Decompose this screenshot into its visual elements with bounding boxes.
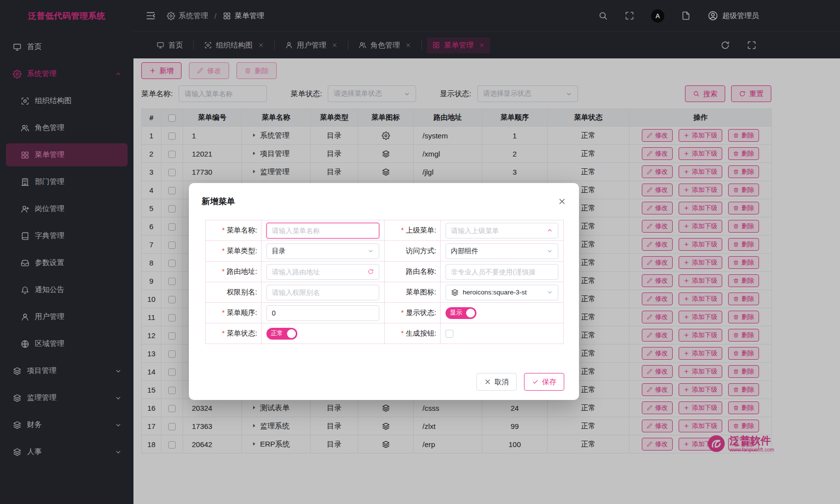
menu-name-input-field[interactable]	[272, 227, 374, 235]
chevron-down-icon	[547, 248, 553, 254]
generate-button-checkbox[interactable]	[446, 330, 453, 338]
cancel-button-label: 取消	[495, 377, 509, 387]
modal-header: 新增菜单	[189, 183, 579, 207]
refresh-icon[interactable]	[368, 268, 374, 275]
route-name-input[interactable]	[446, 264, 558, 280]
menu-type-value: 目录	[272, 247, 365, 256]
check-icon	[532, 378, 539, 385]
chevron-down-icon	[368, 248, 374, 254]
parent-menu-input-field[interactable]	[451, 227, 544, 235]
chevron-up-icon[interactable]	[547, 227, 553, 234]
close-icon	[484, 378, 491, 385]
route-name-label: 路由名称:	[385, 262, 441, 282]
save-button-label: 保存	[542, 377, 556, 387]
parent-menu-label: 上级菜单:	[385, 220, 441, 241]
menu-status-toggle[interactable]: 正常	[266, 328, 297, 340]
toggle-knob	[287, 329, 296, 338]
perm-alias-input[interactable]	[266, 285, 379, 300]
menu-type-select[interactable]: 目录	[266, 243, 379, 259]
generate-button-label: 生成按钮:	[385, 323, 441, 344]
parent-menu-input[interactable]	[446, 223, 558, 239]
toggle-label: 正常	[271, 329, 283, 338]
perm-alias-label: 权限别名:	[206, 282, 262, 303]
perm-alias-input-field[interactable]	[272, 289, 374, 296]
access-mode-value: 内部组件	[451, 247, 544, 256]
menu-name-label: 菜单名称:	[206, 220, 262, 241]
menu-icon-label: 菜单图标:	[385, 282, 441, 303]
menu-order-input[interactable]	[266, 305, 379, 321]
modal-footer: 取消 保存	[476, 373, 564, 391]
close-icon[interactable]	[558, 197, 566, 206]
menu-order-input-field[interactable]	[272, 309, 374, 317]
menu-icon-select[interactable]: heroicons:square-3-st	[446, 285, 558, 300]
menu-status-label: 菜单状态:	[206, 323, 262, 344]
display-status-toggle[interactable]: 显示	[446, 307, 476, 319]
menu-type-label: 菜单类型:	[206, 241, 262, 262]
modal-title: 新增菜单	[202, 196, 235, 207]
access-mode-select[interactable]: 内部组件	[446, 243, 558, 259]
access-mode-label: 访问方式:	[385, 241, 441, 262]
menu-order-label: 菜单顺序:	[206, 303, 262, 323]
add-menu-form: 菜单名称: 上级菜单: 菜单类型:	[205, 220, 564, 344]
chevron-down-icon	[547, 289, 553, 295]
route-path-label: 路由地址:	[206, 262, 262, 282]
route-name-input-field[interactable]	[451, 268, 553, 276]
toggle-label: 显示	[450, 309, 462, 317]
route-path-input[interactable]	[266, 264, 379, 280]
app-root: 泛普低代码管理系统 首页系统管理组织结构图角色管理菜单管理部门管理岗位管理字典管…	[0, 0, 840, 504]
toggle-knob	[466, 309, 475, 318]
route-path-input-field[interactable]	[272, 268, 365, 276]
add-menu-modal: 新增菜单 菜单名称: 上级菜单:	[189, 183, 579, 400]
menu-name-input[interactable]	[266, 223, 379, 239]
save-button[interactable]: 保存	[524, 373, 564, 391]
layers-icon	[451, 289, 459, 296]
cancel-button[interactable]: 取消	[476, 373, 517, 391]
menu-icon-value: heroicons:square-3-st	[463, 289, 544, 296]
display-status-label: 显示状态:	[385, 303, 441, 323]
